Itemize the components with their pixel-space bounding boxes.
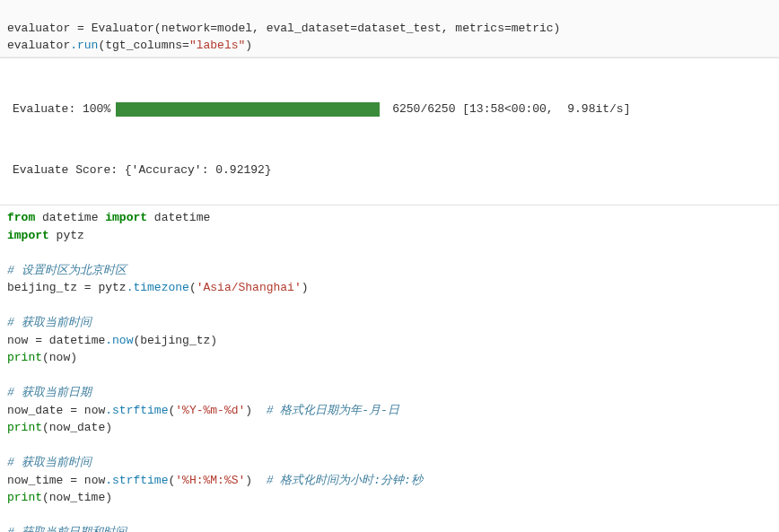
code-comment: # 设置时区为北京时区 <box>7 264 127 277</box>
output-evaluate: Evaluate: 100% 6250/6250 [13:58<00:00, 9… <box>0 57 779 206</box>
evaluate-score: Evaluate Score: {'Accuracy': 0.92192} <box>13 156 766 180</box>
progress-stats: 6250/6250 [13:58<00:00, 9.98it/s] <box>392 100 630 119</box>
code-comment: # 获取当前时间 <box>7 316 92 329</box>
code-line: print(now) <box>7 351 77 364</box>
progress-bar-row: Evaluate: 100% 6250/6250 [13:58<00:00, 9… <box>13 100 766 119</box>
code-cell-main[interactable]: from datetime import datetime import pyt… <box>0 205 779 532</box>
code-comment: # 获取当前日期和时间 <box>7 526 127 532</box>
code-line: evaluator.run(tgt_columns="labels") <box>7 39 252 52</box>
code-comment: # 获取当前日期 <box>7 386 92 399</box>
code-line: beijing_tz = pytz.timezone('Asia/Shangha… <box>7 281 309 294</box>
code-line: now_date = now.strftime('%Y-%m-%d') # 格式… <box>7 404 399 417</box>
code-line: print(now_time) <box>7 491 112 504</box>
progress-bar <box>116 102 380 117</box>
code-line: import pytz <box>7 229 84 242</box>
progress-label: Evaluate: 100% <box>13 100 110 119</box>
code-line: now_time = now.strftime('%H:%M:%S') # 格式… <box>7 474 423 487</box>
code-line: evaluator = Evaluator(network=model, eva… <box>7 22 560 35</box>
code-line: now = datetime.now(beijing_tz) <box>7 334 217 347</box>
code-comment: # 获取当前时间 <box>7 456 92 469</box>
code-cell-top[interactable]: evaluator = Evaluator(network=model, eva… <box>0 0 779 57</box>
code-line: print(now_date) <box>7 421 112 434</box>
code-line: from datetime import datetime <box>7 211 210 224</box>
